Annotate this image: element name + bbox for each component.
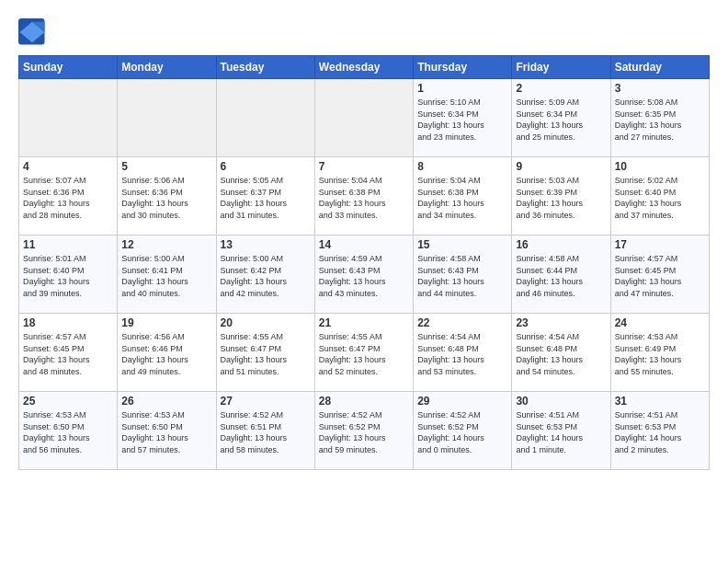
day-number: 31 bbox=[615, 395, 705, 408]
day-number: 30 bbox=[516, 395, 606, 408]
day-info: Sunrise: 5:00 AM Sunset: 6:42 PM Dayligh… bbox=[221, 253, 311, 299]
day-number: 5 bbox=[121, 160, 211, 173]
calendar-week-3: 11Sunrise: 5:01 AM Sunset: 6:40 PM Dayli… bbox=[19, 236, 710, 314]
day-number: 2 bbox=[516, 82, 606, 95]
logo bbox=[18, 18, 51, 46]
calendar-cell: 19Sunrise: 4:56 AM Sunset: 6:46 PM Dayli… bbox=[118, 314, 216, 392]
day-info: Sunrise: 4:59 AM Sunset: 6:43 PM Dayligh… bbox=[319, 253, 409, 299]
day-number: 19 bbox=[121, 316, 211, 329]
calendar-cell bbox=[118, 79, 216, 157]
day-info: Sunrise: 4:54 AM Sunset: 6:48 PM Dayligh… bbox=[516, 331, 606, 377]
day-info: Sunrise: 4:53 AM Sunset: 6:50 PM Dayligh… bbox=[121, 409, 211, 455]
day-number: 15 bbox=[417, 238, 507, 251]
day-info: Sunrise: 4:55 AM Sunset: 6:47 PM Dayligh… bbox=[319, 331, 409, 377]
day-info: Sunrise: 4:52 AM Sunset: 6:51 PM Dayligh… bbox=[221, 409, 311, 455]
day-header-wednesday: Wednesday bbox=[314, 56, 413, 79]
day-number: 17 bbox=[615, 238, 705, 251]
day-number: 20 bbox=[221, 316, 311, 329]
day-header-saturday: Saturday bbox=[610, 56, 709, 79]
day-number: 13 bbox=[221, 238, 311, 251]
day-info: Sunrise: 4:53 AM Sunset: 6:50 PM Dayligh… bbox=[23, 409, 113, 455]
calendar-cell: 10Sunrise: 5:02 AM Sunset: 6:40 PM Dayli… bbox=[610, 157, 709, 236]
calendar-week-5: 25Sunrise: 4:53 AM Sunset: 6:50 PM Dayli… bbox=[19, 392, 710, 470]
day-number: 9 bbox=[516, 160, 606, 173]
calendar-cell: 27Sunrise: 4:52 AM Sunset: 6:51 PM Dayli… bbox=[216, 392, 314, 470]
calendar-cell: 13Sunrise: 5:00 AM Sunset: 6:42 PM Dayli… bbox=[216, 236, 314, 314]
day-number: 27 bbox=[221, 395, 311, 408]
day-number: 1 bbox=[417, 82, 507, 95]
day-number: 28 bbox=[319, 395, 409, 408]
calendar-cell: 18Sunrise: 4:57 AM Sunset: 6:45 PM Dayli… bbox=[19, 314, 118, 392]
day-number: 21 bbox=[319, 316, 409, 329]
day-info: Sunrise: 5:08 AM Sunset: 6:35 PM Dayligh… bbox=[615, 97, 705, 143]
day-info: Sunrise: 5:04 AM Sunset: 6:38 PM Dayligh… bbox=[417, 175, 507, 221]
calendar-week-2: 4Sunrise: 5:07 AM Sunset: 6:36 PM Daylig… bbox=[19, 157, 710, 236]
calendar-cell: 6Sunrise: 5:05 AM Sunset: 6:37 PM Daylig… bbox=[216, 157, 314, 236]
day-number: 8 bbox=[417, 160, 507, 173]
calendar-cell: 15Sunrise: 4:58 AM Sunset: 6:43 PM Dayli… bbox=[414, 236, 512, 314]
day-number: 16 bbox=[516, 238, 606, 251]
day-info: Sunrise: 4:51 AM Sunset: 6:53 PM Dayligh… bbox=[615, 409, 705, 455]
calendar-cell: 11Sunrise: 5:01 AM Sunset: 6:40 PM Dayli… bbox=[19, 236, 118, 314]
calendar-cell: 7Sunrise: 5:04 AM Sunset: 6:38 PM Daylig… bbox=[314, 157, 413, 236]
day-header-tuesday: Tuesday bbox=[216, 56, 314, 79]
calendar-cell: 2Sunrise: 5:09 AM Sunset: 6:34 PM Daylig… bbox=[512, 79, 610, 157]
day-info: Sunrise: 4:54 AM Sunset: 6:48 PM Dayligh… bbox=[417, 331, 507, 377]
day-header-monday: Monday bbox=[118, 56, 216, 79]
calendar-cell: 3Sunrise: 5:08 AM Sunset: 6:35 PM Daylig… bbox=[610, 79, 709, 157]
calendar-cell: 16Sunrise: 4:58 AM Sunset: 6:44 PM Dayli… bbox=[512, 236, 610, 314]
calendar-header-row: SundayMondayTuesdayWednesdayThursdayFrid… bbox=[19, 56, 710, 79]
calendar-cell bbox=[314, 79, 413, 157]
calendar-table: SundayMondayTuesdayWednesdayThursdayFrid… bbox=[18, 55, 710, 470]
page-header bbox=[18, 18, 710, 46]
day-number: 4 bbox=[23, 160, 113, 173]
calendar-cell: 17Sunrise: 4:57 AM Sunset: 6:45 PM Dayli… bbox=[610, 236, 709, 314]
calendar-cell bbox=[19, 79, 118, 157]
day-number: 11 bbox=[23, 238, 113, 251]
day-info: Sunrise: 4:58 AM Sunset: 6:44 PM Dayligh… bbox=[516, 253, 606, 299]
calendar-cell: 12Sunrise: 5:00 AM Sunset: 6:41 PM Dayli… bbox=[118, 236, 216, 314]
day-info: Sunrise: 5:10 AM Sunset: 6:34 PM Dayligh… bbox=[417, 97, 507, 143]
day-number: 26 bbox=[121, 395, 211, 408]
calendar-cell: 29Sunrise: 4:52 AM Sunset: 6:52 PM Dayli… bbox=[414, 392, 512, 470]
calendar-cell: 21Sunrise: 4:55 AM Sunset: 6:47 PM Dayli… bbox=[314, 314, 413, 392]
day-number: 3 bbox=[615, 82, 705, 95]
calendar-cell: 22Sunrise: 4:54 AM Sunset: 6:48 PM Dayli… bbox=[414, 314, 512, 392]
calendar-cell: 25Sunrise: 4:53 AM Sunset: 6:50 PM Dayli… bbox=[19, 392, 118, 470]
day-info: Sunrise: 5:02 AM Sunset: 6:40 PM Dayligh… bbox=[615, 175, 705, 221]
calendar-cell: 20Sunrise: 4:55 AM Sunset: 6:47 PM Dayli… bbox=[216, 314, 314, 392]
day-number: 12 bbox=[121, 238, 211, 251]
day-info: Sunrise: 4:53 AM Sunset: 6:49 PM Dayligh… bbox=[615, 331, 705, 377]
calendar-cell: 4Sunrise: 5:07 AM Sunset: 6:36 PM Daylig… bbox=[19, 157, 118, 236]
day-info: Sunrise: 5:04 AM Sunset: 6:38 PM Dayligh… bbox=[319, 175, 409, 221]
day-info: Sunrise: 5:03 AM Sunset: 6:39 PM Dayligh… bbox=[516, 175, 606, 221]
day-number: 25 bbox=[23, 395, 113, 408]
calendar-cell: 9Sunrise: 5:03 AM Sunset: 6:39 PM Daylig… bbox=[512, 157, 610, 236]
day-info: Sunrise: 4:51 AM Sunset: 6:53 PM Dayligh… bbox=[516, 409, 606, 455]
day-info: Sunrise: 5:01 AM Sunset: 6:40 PM Dayligh… bbox=[23, 253, 113, 299]
calendar-cell: 8Sunrise: 5:04 AM Sunset: 6:38 PM Daylig… bbox=[414, 157, 512, 236]
calendar-week-4: 18Sunrise: 4:57 AM Sunset: 6:45 PM Dayli… bbox=[19, 314, 710, 392]
calendar-cell bbox=[216, 79, 314, 157]
day-header-friday: Friday bbox=[512, 56, 610, 79]
day-number: 29 bbox=[417, 395, 507, 408]
calendar-cell: 26Sunrise: 4:53 AM Sunset: 6:50 PM Dayli… bbox=[118, 392, 216, 470]
day-info: Sunrise: 4:56 AM Sunset: 6:46 PM Dayligh… bbox=[121, 331, 211, 377]
day-info: Sunrise: 4:57 AM Sunset: 6:45 PM Dayligh… bbox=[23, 331, 113, 377]
day-number: 10 bbox=[615, 160, 705, 173]
day-number: 18 bbox=[23, 316, 113, 329]
day-number: 14 bbox=[319, 238, 409, 251]
day-header-thursday: Thursday bbox=[414, 56, 512, 79]
day-number: 24 bbox=[615, 316, 705, 329]
day-info: Sunrise: 4:55 AM Sunset: 6:47 PM Dayligh… bbox=[221, 331, 311, 377]
day-info: Sunrise: 5:07 AM Sunset: 6:36 PM Dayligh… bbox=[23, 175, 113, 221]
day-info: Sunrise: 4:52 AM Sunset: 6:52 PM Dayligh… bbox=[319, 409, 409, 455]
calendar-cell: 28Sunrise: 4:52 AM Sunset: 6:52 PM Dayli… bbox=[314, 392, 413, 470]
calendar-cell: 5Sunrise: 5:06 AM Sunset: 6:36 PM Daylig… bbox=[118, 157, 216, 236]
day-info: Sunrise: 4:52 AM Sunset: 6:52 PM Dayligh… bbox=[417, 409, 507, 455]
day-info: Sunrise: 4:58 AM Sunset: 6:43 PM Dayligh… bbox=[417, 253, 507, 299]
day-number: 7 bbox=[319, 160, 409, 173]
calendar-cell: 24Sunrise: 4:53 AM Sunset: 6:49 PM Dayli… bbox=[610, 314, 709, 392]
calendar-cell: 31Sunrise: 4:51 AM Sunset: 6:53 PM Dayli… bbox=[610, 392, 709, 470]
day-info: Sunrise: 5:05 AM Sunset: 6:37 PM Dayligh… bbox=[221, 175, 311, 221]
